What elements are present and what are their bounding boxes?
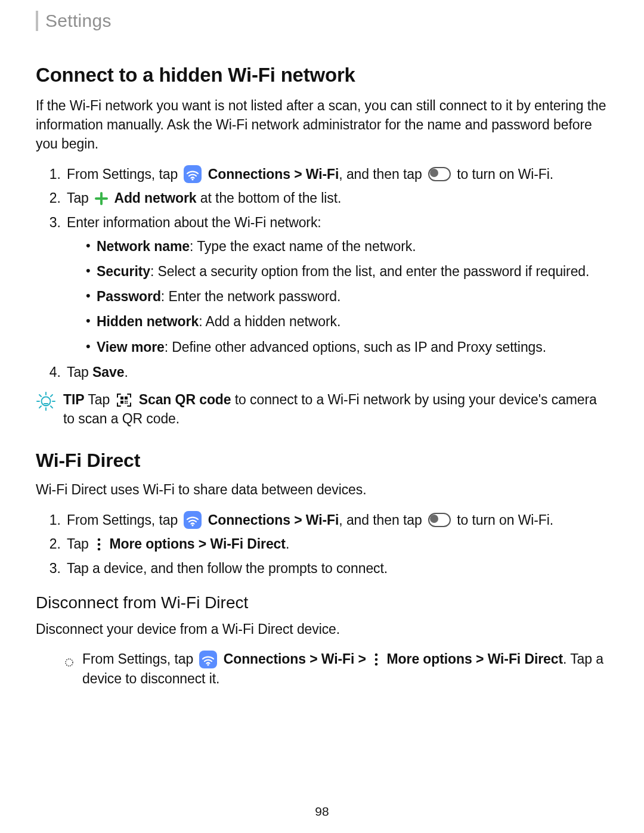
svg-point-22 [98,548,101,551]
section2-intro: Wi-Fi Direct uses Wi-Fi to share data be… [36,480,608,499]
section2-steps: From Settings, tap Connections > Wi-Fi, … [36,510,608,578]
circle-bullet-icon [64,653,74,672]
bullet-security: Security: Select a security option from … [86,262,608,281]
section3-step: From Settings, tap Connections > Wi-Fi >… [36,649,608,688]
svg-point-19 [192,525,194,527]
qr-code-icon [116,392,132,408]
section3-heading: Disconnect from Wi-Fi Direct [36,593,608,612]
svg-line-8 [39,395,41,397]
svg-rect-14 [120,401,123,404]
section1-steps: From Settings, tap Connections > Wi-Fi, … [36,165,608,382]
more-options-icon [95,537,103,552]
svg-point-23 [66,659,73,666]
svg-rect-16 [126,401,128,402]
svg-point-3 [42,397,51,405]
bullet-view-more: View more: Define other advanced options… [86,337,608,357]
bullet-network-name: Network name: Type the exact name of the… [86,237,608,256]
svg-line-11 [51,395,52,397]
svg-rect-17 [125,402,126,404]
svg-line-9 [51,406,52,408]
step-4: Tap Save. [64,363,608,382]
step2-3: Tap a device, and then follow the prompt… [64,559,608,578]
wifi-icon [184,511,202,529]
svg-point-20 [98,538,101,541]
wifi-icon [199,651,217,668]
section1-heading: Connect to a hidden Wi-Fi network [36,64,608,86]
svg-point-0 [192,179,194,181]
svg-point-25 [375,654,378,657]
svg-rect-18 [126,402,128,404]
step-2: Tap Add network at the bottom of the lis… [64,188,608,208]
header-title: Settings [45,11,112,30]
page-header: Settings [36,11,608,31]
svg-point-21 [98,543,101,546]
more-options-icon [372,652,380,667]
svg-point-27 [375,663,378,666]
svg-point-26 [375,658,378,661]
step-1: From Settings, tap Connections > Wi-Fi, … [64,165,608,184]
svg-line-10 [39,406,41,408]
wifi-icon [184,165,202,183]
page-number: 98 [0,804,644,819]
tip-block: TIP Tap Scan QR code to connect to a Wi-… [36,390,608,428]
svg-rect-13 [125,397,128,400]
toggle-off-icon [428,513,451,527]
disconnect-step: From Settings, tap Connections > Wi-Fi >… [64,649,608,688]
section3-intro: Disconnect your device from a Wi-Fi Dire… [36,620,608,639]
bullet-hidden-network: Hidden network: Add a hidden network. [86,312,608,331]
svg-point-24 [208,664,209,665]
step2-1: From Settings, tap Connections > Wi-Fi, … [64,510,608,530]
section1-intro: If the Wi-Fi network you want is not lis… [36,96,608,154]
step-3: Enter information about the Wi-Fi networ… [64,213,608,357]
step2-2: Tap More options > Wi-Fi Direct. [64,534,608,553]
lightbulb-icon [36,391,56,411]
bullet-password: Password: Enter the network password. [86,287,608,306]
step3-bullets: Network name: Type the exact name of the… [67,237,608,357]
svg-rect-12 [120,397,123,400]
toggle-off-icon [428,167,451,181]
svg-rect-15 [125,401,126,402]
plus-icon [95,192,108,205]
section2-heading: Wi-Fi Direct [36,450,608,472]
